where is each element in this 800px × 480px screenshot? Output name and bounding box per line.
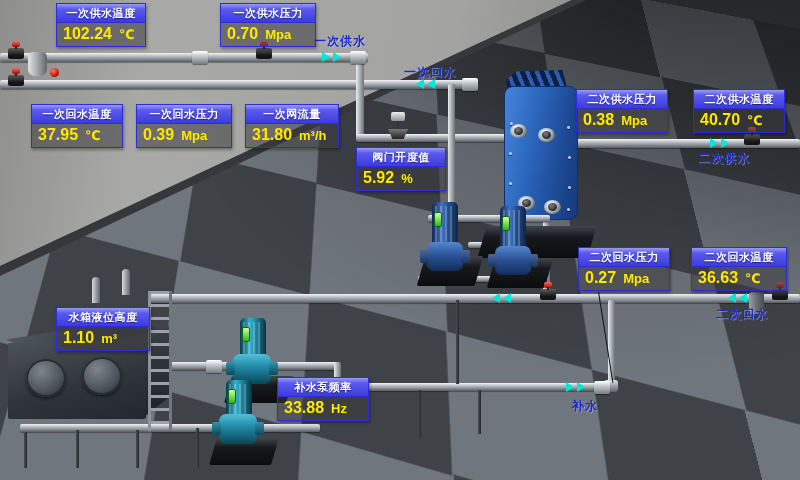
pipe-end-cap bbox=[462, 78, 478, 91]
pipe-to-exchanger bbox=[356, 134, 508, 142]
gauge-title: 一次回水压力 bbox=[137, 105, 231, 124]
gauge-value: 37.95 bbox=[38, 126, 78, 144]
valve-primary-return-outlet[interactable] bbox=[8, 75, 24, 86]
pipe-primary-supply bbox=[0, 53, 368, 62]
gauge-title: 一次网流量 bbox=[246, 105, 338, 124]
pipe-support-leg bbox=[418, 390, 421, 438]
pressure-gauge-icon bbox=[50, 68, 59, 77]
exchanger-port bbox=[510, 124, 527, 138]
valve-secondary-supply[interactable] bbox=[744, 134, 760, 145]
tank-ladder bbox=[148, 291, 172, 431]
gauge-unit: Mpa bbox=[623, 271, 649, 286]
flow-arrow-left-icon bbox=[503, 293, 511, 303]
gauge-unit: ℃ bbox=[745, 271, 761, 286]
pipe-secondary-supply bbox=[560, 139, 800, 148]
flow-arrow-right-icon bbox=[577, 382, 585, 392]
pipe-support-leg bbox=[478, 390, 481, 434]
flow-arrow-left-icon bbox=[739, 293, 747, 303]
gauge-unit: Mpa bbox=[265, 27, 291, 42]
pipe-coupling bbox=[594, 381, 610, 394]
valve-return-branch[interactable] bbox=[540, 289, 556, 300]
flow-arrow-right-icon bbox=[333, 52, 341, 62]
flow-arrow-left-icon bbox=[492, 293, 500, 303]
hmi-heating-station-screen: 一次供水 一次回水 二次供水 二次回水 补水 一次供水温度 102.24℃ 一次… bbox=[0, 0, 800, 480]
water-tank bbox=[0, 255, 185, 470]
gauge-primary-return-temp: 一次回水温度 37.95℃ bbox=[31, 104, 123, 148]
gauge-value: 31.80 bbox=[252, 126, 292, 144]
exchanger-body bbox=[504, 86, 578, 220]
gauge-value: 1.10 bbox=[63, 329, 94, 347]
gauge-value: 40.70 bbox=[700, 111, 740, 129]
gauge-title: 水箱液位高度 bbox=[57, 308, 149, 327]
flow-arrow-right-icon bbox=[710, 138, 718, 148]
pipe-support-leg bbox=[456, 300, 459, 384]
pipe-coupling bbox=[350, 51, 366, 64]
gauge-primary-network-flow: 一次网流量 31.80m³/h bbox=[245, 104, 339, 148]
gauge-primary-supply-temp: 一次供水温度 102.24℃ bbox=[56, 3, 146, 47]
pipe-label-primary-return: 一次回水 bbox=[404, 64, 456, 81]
gauge-unit: Mpa bbox=[621, 113, 647, 128]
flow-arrow-left-icon bbox=[728, 293, 736, 303]
flow-arrow-right-icon bbox=[322, 52, 330, 62]
strainer-filter bbox=[28, 52, 47, 76]
gauge-unit: m³/h bbox=[299, 128, 326, 143]
pipe-primary-supply-drop bbox=[356, 53, 364, 141]
gauge-title: 二次供水压力 bbox=[577, 90, 667, 109]
pipe-coupling bbox=[192, 51, 208, 64]
gauge-title: 二次回水温度 bbox=[692, 248, 786, 267]
gauge-secondary-supply-temp: 二次供水温度 40.70℃ bbox=[693, 89, 785, 133]
pipe-secondary-return bbox=[150, 294, 800, 303]
gauge-title: 一次回水温度 bbox=[32, 105, 122, 124]
valve-primary-supply-mid[interactable] bbox=[256, 48, 272, 59]
gauge-title: 二次回水压力 bbox=[579, 248, 669, 267]
gauge-value: 0.70 bbox=[227, 25, 258, 43]
pipe-label-primary-supply: 一次供水 bbox=[314, 33, 366, 50]
plate-heat-exchanger bbox=[504, 70, 576, 218]
valve-primary-supply-inlet[interactable] bbox=[8, 48, 24, 59]
gauge-title: 一次供水温度 bbox=[57, 4, 145, 23]
pipe-support-leg bbox=[196, 428, 199, 468]
gauge-makeup-pump-frequency: 补水泵频率 33.88Hz bbox=[277, 377, 369, 421]
gauge-primary-return-pressure: 一次回水压力 0.39Mpa bbox=[136, 104, 232, 148]
gauge-title: 阀门开度值 bbox=[357, 148, 445, 167]
gauge-unit: ℃ bbox=[747, 113, 763, 128]
gauge-unit: % bbox=[401, 171, 413, 186]
gauge-primary-supply-pressure: 一次供水压力 0.70Mpa bbox=[220, 3, 316, 47]
pipe-coupling bbox=[206, 360, 222, 373]
pipe-label-secondary-return: 二次回水 bbox=[716, 306, 768, 323]
pipe-label-makeup-water: 补水 bbox=[572, 398, 598, 415]
gauge-title: 二次供水温度 bbox=[694, 90, 784, 109]
pipe-return-drop bbox=[448, 84, 455, 218]
gauge-unit: Hz bbox=[331, 401, 347, 416]
gauge-tank-level: 水箱液位高度 1.10m³ bbox=[56, 307, 150, 351]
gauge-unit: ℃ bbox=[119, 27, 135, 42]
gauge-value: 102.24 bbox=[63, 25, 112, 43]
gauge-unit: ℃ bbox=[85, 128, 101, 143]
gauge-title: 补水泵频率 bbox=[278, 378, 368, 397]
gauge-valve-opening: 阀门开度值 5.92% bbox=[356, 147, 446, 191]
gauge-value: 0.27 bbox=[585, 269, 616, 287]
gauge-value: 0.39 bbox=[143, 126, 174, 144]
gauge-value: 5.92 bbox=[363, 169, 394, 187]
gauge-secondary-return-pressure: 二次回水压力 0.27Mpa bbox=[578, 247, 670, 291]
gauge-secondary-return-temp: 二次回水温度 36.63℃ bbox=[691, 247, 787, 291]
gauge-value: 33.88 bbox=[284, 399, 324, 417]
flow-arrow-right-icon bbox=[721, 138, 729, 148]
tank-hatch bbox=[26, 359, 66, 397]
pipe-label-secondary-supply: 二次供水 bbox=[698, 150, 750, 167]
tank-vent-pipe bbox=[92, 277, 100, 303]
gauge-value: 36.63 bbox=[698, 269, 738, 287]
exchanger-port bbox=[544, 200, 561, 214]
flow-arrow-right-icon bbox=[566, 382, 574, 392]
gauge-unit: m³ bbox=[101, 331, 117, 346]
exchanger-port bbox=[538, 128, 555, 142]
gauge-unit: Mpa bbox=[181, 128, 207, 143]
gauge-title: 一次供水压力 bbox=[221, 4, 315, 23]
pipe-primary-return bbox=[0, 80, 472, 89]
tank-vent-pipe bbox=[122, 269, 130, 295]
gauge-secondary-supply-pressure: 二次供水压力 0.38Mpa bbox=[576, 89, 668, 133]
tank-hatch bbox=[82, 357, 122, 395]
gauge-value: 0.38 bbox=[583, 111, 614, 129]
